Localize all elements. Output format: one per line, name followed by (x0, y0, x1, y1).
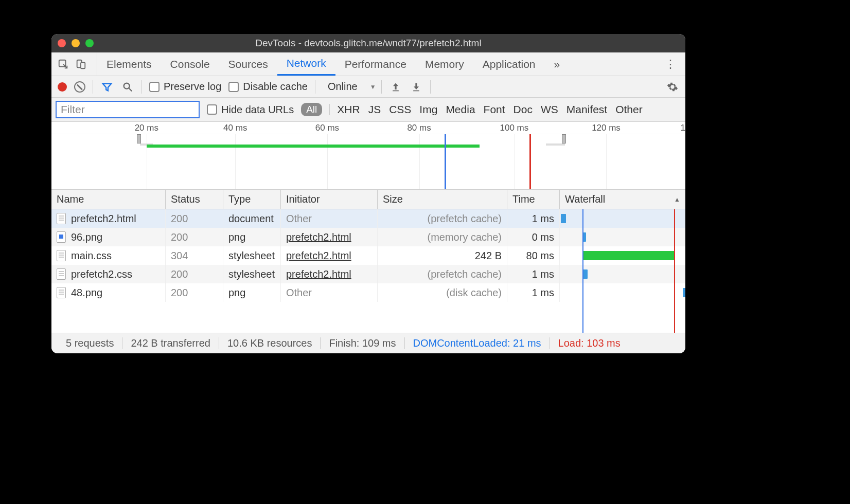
throttling-value: Online (328, 81, 358, 93)
tab-elements[interactable]: Elements (97, 52, 161, 76)
overview-tick: 14 (681, 123, 685, 133)
row-type: png (223, 283, 281, 302)
filter-type-doc[interactable]: Doc (513, 103, 533, 116)
window-close-button[interactable] (58, 39, 66, 47)
row-time: 1 ms (507, 283, 560, 302)
overview-tick: 60 ms (315, 123, 339, 133)
table-body: prefetch2.html200documentOther(prefetch … (51, 209, 685, 333)
table-header: Name Status Type Initiator Size Time Wat… (51, 190, 685, 209)
row-waterfall (560, 265, 685, 283)
overview-tick: 120 ms (592, 123, 621, 133)
timeline-overview[interactable]: 20 ms40 ms60 ms80 ms100 ms120 ms14 (51, 122, 685, 190)
row-size: 242 B (378, 246, 507, 265)
row-initiator: Other (281, 283, 378, 302)
row-initiator: Other (281, 209, 378, 228)
overview-handle-left[interactable] (137, 134, 141, 143)
row-type: png (223, 228, 281, 246)
filter-type-img[interactable]: Img (419, 103, 437, 116)
col-initiator[interactable]: Initiator (281, 190, 378, 209)
upload-icon[interactable] (389, 80, 402, 94)
preserve-log-checkbox[interactable]: Preserve log (149, 81, 221, 93)
filter-chip-all[interactable]: All (301, 103, 322, 116)
row-name: prefetch2.css (71, 268, 132, 280)
col-time[interactable]: Time (507, 190, 560, 209)
filter-type-xhr[interactable]: XHR (337, 103, 360, 116)
filter-type-js[interactable]: JS (368, 103, 381, 116)
table-row[interactable]: main.css304stylesheetprefetch2.html242 B… (51, 246, 685, 265)
col-size[interactable]: Size (378, 190, 507, 209)
tab-network[interactable]: Network (277, 52, 335, 76)
table-row[interactable]: prefetch2.html200documentOther(prefetch … (51, 209, 685, 228)
document-file-icon (57, 250, 66, 261)
row-time: 80 ms (507, 246, 560, 265)
row-waterfall (560, 209, 685, 228)
hide-data-urls-checkbox[interactable]: Hide data URLs (207, 104, 294, 116)
col-status[interactable]: Status (166, 190, 223, 209)
row-type: document (223, 209, 281, 228)
device-toggle-icon[interactable] (74, 58, 87, 71)
inspect-icon[interactable] (57, 58, 70, 71)
search-icon[interactable] (121, 80, 134, 94)
window-zoom-button[interactable] (85, 39, 94, 47)
filter-icon[interactable] (100, 80, 114, 94)
filter-type-ws[interactable]: WS (541, 103, 558, 116)
row-initiator[interactable]: prefetch2.html (281, 246, 378, 265)
tab-application[interactable]: Application (473, 52, 545, 76)
table-row[interactable]: prefetch2.css200stylesheetprefetch2.html… (51, 265, 685, 283)
overview-tick: 20 ms (135, 123, 158, 133)
row-type: stylesheet (223, 265, 281, 283)
status-requests: 5 requests (58, 337, 122, 349)
row-size: (prefetch cache) (378, 265, 507, 283)
filter-row: Filter Hide data URLs All XHRJSCSSImgMed… (51, 98, 685, 122)
filter-type-css[interactable]: CSS (389, 103, 411, 116)
tab-console[interactable]: Console (161, 52, 219, 76)
download-icon[interactable] (410, 80, 423, 94)
chevron-down-icon: ▼ (370, 83, 376, 91)
filter-type-media[interactable]: Media (446, 103, 475, 116)
row-size: (disk cache) (378, 283, 507, 302)
row-initiator[interactable]: prefetch2.html (281, 228, 378, 246)
clear-button[interactable] (74, 81, 85, 93)
table-row[interactable]: 96.png200pngprefetch2.html(memory cache)… (51, 228, 685, 246)
status-load: Load: 103 ms (550, 337, 629, 349)
row-waterfall (560, 228, 685, 246)
row-status: 200 (166, 265, 223, 283)
document-file-icon (57, 213, 66, 224)
row-waterfall (560, 283, 685, 302)
svg-rect-5 (413, 90, 419, 91)
row-status: 304 (166, 246, 223, 265)
row-name: 96.png (71, 231, 102, 243)
tabs-overflow[interactable]: » (544, 58, 569, 70)
tab-sources[interactable]: Sources (219, 52, 277, 76)
row-waterfall (560, 246, 685, 265)
disable-cache-label: Disable cache (243, 81, 308, 93)
col-name[interactable]: Name (51, 190, 166, 209)
col-type[interactable]: Type (223, 190, 281, 209)
throttling-select[interactable]: Online ▼ (323, 80, 382, 94)
status-bar: 5 requests 242 B transferred 10.6 KB res… (51, 333, 685, 353)
window-minimize-button[interactable] (72, 39, 80, 47)
svg-rect-2 (81, 62, 85, 68)
disable-cache-checkbox[interactable]: Disable cache (228, 81, 308, 93)
tab-performance[interactable]: Performance (335, 52, 416, 76)
overview-tick: 100 ms (500, 123, 528, 133)
table-row[interactable]: 48.png200pngOther(disk cache)1 ms (51, 283, 685, 302)
record-button[interactable] (58, 82, 67, 92)
settings-icon[interactable] (666, 80, 679, 94)
svg-point-3 (124, 83, 130, 88)
row-time: 1 ms (507, 209, 560, 228)
overview-handle-right[interactable] (562, 134, 566, 143)
row-initiator[interactable]: prefetch2.html (281, 265, 378, 283)
filter-type-font[interactable]: Font (484, 103, 505, 116)
col-waterfall[interactable]: Waterfall (560, 190, 685, 209)
row-size: (memory cache) (378, 228, 507, 246)
preserve-log-label: Preserve log (164, 81, 221, 93)
filter-type-manifest[interactable]: Manifest (566, 103, 607, 116)
row-status: 200 (166, 283, 223, 302)
tab-memory[interactable]: Memory (416, 52, 473, 76)
row-name: prefetch2.html (71, 213, 136, 225)
document-file-icon (57, 287, 66, 298)
filter-input[interactable]: Filter (56, 101, 200, 118)
filter-type-other[interactable]: Other (615, 103, 643, 116)
more-menu-icon[interactable]: ⋮ (661, 58, 680, 71)
